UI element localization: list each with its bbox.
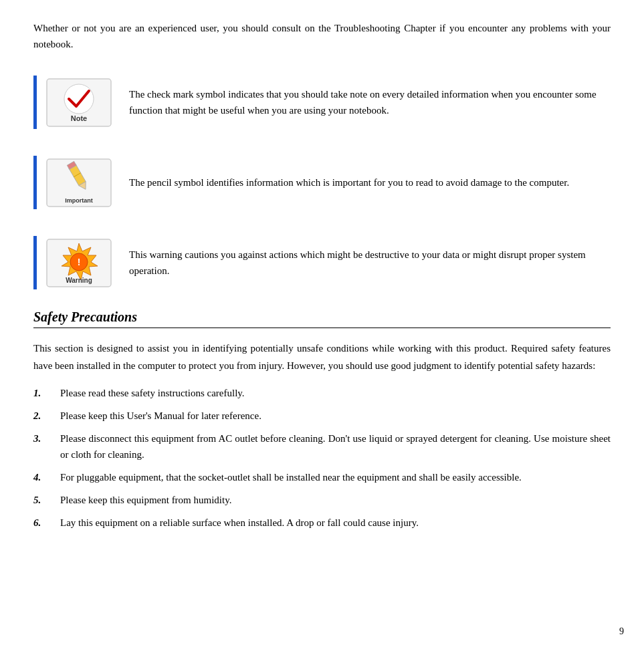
warning-row: ! Warning This warning cautions you agai… [33,229,611,296]
svg-text:Note: Note [71,114,87,122]
list-num-5: 5. [33,492,60,508]
note-description: The check mark symbol indicates that you… [129,86,611,118]
safety-intro: This section is designed to assist you i… [33,340,611,374]
warning-icon-container: ! Warning [42,236,116,289]
list-num-1: 1. [33,385,60,401]
warning-description: This warning cautions you against action… [129,247,611,279]
note-row: Note The check mark symbol indicates tha… [33,69,611,136]
list-num-4: 4. [33,469,60,485]
page-number: 9 [619,626,624,637]
icon-rows-container: Note The check mark symbol indicates tha… [33,69,611,296]
important-icon: Important [45,158,112,208]
important-row: Important The pencil symbol identifies i… [33,149,611,216]
warning-blue-bar [33,236,37,289]
list-text-1: Please read these safety instructions ca… [60,385,611,401]
svg-text:Important: Important [65,197,93,204]
safety-list: 1. Please read these safety instructions… [33,385,611,531]
note-icon: Note [45,78,112,128]
important-blue-bar [33,156,37,209]
list-item: 5. Please keep this equipment from humid… [33,492,611,508]
intro-paragraph: Whether or not you are an experienced us… [33,20,611,52]
important-icon-container: Important [42,156,116,209]
safety-heading: Safety Precautions [33,309,137,324]
list-num-6: 6. [33,515,60,531]
svg-text:!: ! [78,257,81,267]
note-icon-container: Note [42,76,116,129]
note-blue-bar [33,76,37,129]
list-text-4: For pluggable equipment, that the socket… [60,469,611,485]
list-item: 6. Lay this equipment on a reliable surf… [33,515,611,531]
safety-heading-container: Safety Precautions [33,309,611,328]
list-item: 3. Please disconnect this equipment from… [33,430,611,463]
list-item: 4. For pluggable equipment, that the soc… [33,469,611,485]
list-text-3: Please disconnect this equipment from AC… [60,430,611,463]
list-item: 2. Please keep this User's Manual for la… [33,408,611,424]
svg-text:Warning: Warning [66,277,92,284]
list-text-5: Please keep this equipment from humidity… [60,492,611,508]
list-text-6: Lay this equipment on a reliable surface… [60,515,611,531]
list-text-2: Please keep this User's Manual for later… [60,408,611,424]
list-num-2: 2. [33,408,60,424]
important-description: The pencil symbol identifies information… [129,174,611,190]
list-num-3: 3. [33,430,60,446]
warning-icon: ! Warning [45,238,112,288]
list-item: 1. Please read these safety instructions… [33,385,611,401]
